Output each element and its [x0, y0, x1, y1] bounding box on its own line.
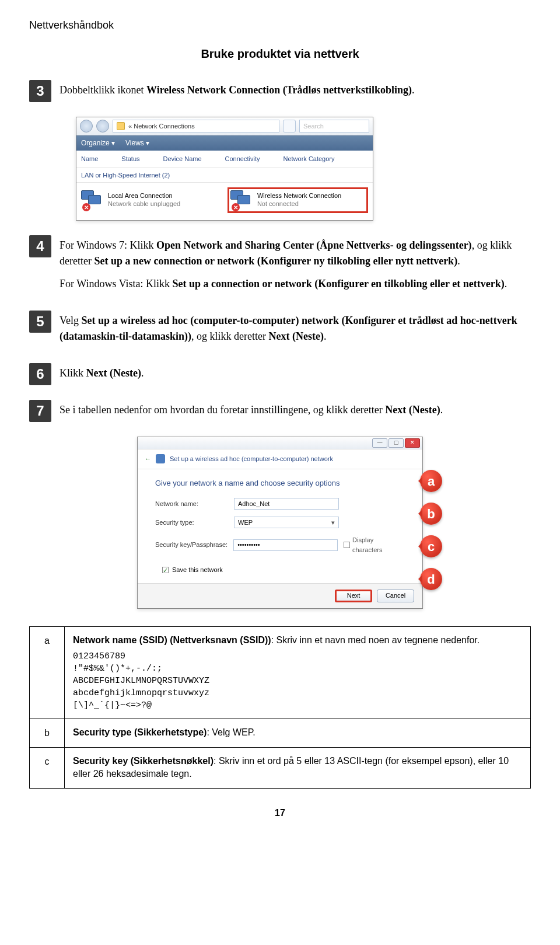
- bold-text: Wireless Network Connection (Trådløs net…: [146, 84, 412, 96]
- checkbox-save-network[interactable]: [162, 567, 169, 573]
- step-body: For Windows 7: Klikk Open Network and Sh…: [60, 235, 531, 299]
- maximize-button[interactable]: ▢: [388, 438, 404, 448]
- text: .: [324, 330, 327, 342]
- address-text: « Network Connections: [128, 121, 195, 131]
- def-key-c: c: [30, 747, 65, 788]
- address-bar[interactable]: « Network Connections: [113, 120, 279, 132]
- views-menu[interactable]: Views ▾: [125, 138, 149, 148]
- cancel-button[interactable]: Cancel: [377, 590, 414, 602]
- bold-text: Open Network and Sharing Center (Åpne Ne…: [156, 239, 472, 251]
- bold-text: Next (Neste): [86, 367, 141, 379]
- connection-wireless[interactable]: ✕ Wireless Network Connection Not connec…: [228, 187, 368, 213]
- back-button[interactable]: [80, 120, 93, 132]
- screenshot-network-connections: « Network Connections Search Organize ▾ …: [76, 117, 531, 221]
- label-save-network: Save this network: [172, 565, 223, 575]
- organize-menu[interactable]: Organize ▾: [81, 138, 115, 148]
- bold-text: Set up a new connection or network (Konf…: [94, 255, 457, 267]
- text: .: [457, 255, 460, 267]
- text: For Windows Vista: Klikk: [60, 278, 173, 290]
- def-tail: : Velg WEP.: [206, 727, 255, 737]
- search-input[interactable]: Search: [299, 120, 369, 132]
- next-button[interactable]: Next: [335, 590, 372, 602]
- step-num: 4: [29, 235, 51, 257]
- wizard-body: Give your network a name and choose secu…: [138, 469, 422, 583]
- step-body: Dobbeltklikk ikonet Wireless Network Con…: [60, 80, 531, 105]
- select-security-type[interactable]: WEP: [234, 517, 339, 528]
- group-header: LAN or High-Speed Internet (2): [76, 168, 373, 183]
- window-network-connections: « Network Connections Search Organize ▾ …: [76, 117, 373, 221]
- folder-icon: [117, 122, 125, 130]
- toolbar: « Network Connections Search: [76, 117, 373, 135]
- refresh-button[interactable]: [283, 120, 296, 132]
- label-network-name: Network name:: [155, 499, 234, 509]
- text: Se i tabellen nedenfor om hvordan du for…: [60, 404, 385, 416]
- col-category[interactable]: Network Category: [283, 154, 334, 164]
- text: .: [141, 367, 144, 379]
- error-icon: ✕: [232, 203, 240, 211]
- table-row: a Network name (SSID) (Nettverksnavn (SS…: [30, 626, 531, 719]
- col-device[interactable]: Device Name: [163, 154, 202, 164]
- step-num: 5: [29, 311, 51, 333]
- page-number: 17: [29, 806, 531, 820]
- text: , og klikk deretter: [191, 330, 268, 342]
- def-mono: 0123456789 !"#$%&'()*+,-./:; ABCDEFGHIJK…: [73, 650, 522, 712]
- step-body: Klikk Next (Neste).: [60, 363, 531, 388]
- forward-button[interactable]: [96, 120, 109, 132]
- label-display-chars: Display characters: [352, 535, 405, 555]
- input-security-key[interactable]: ••••••••••: [233, 539, 338, 551]
- checkbox-display-chars[interactable]: [344, 542, 350, 548]
- wizard-title-text: Set up a wireless ad hoc (computer-to-co…: [170, 454, 333, 464]
- text: .: [412, 84, 415, 96]
- text: For Windows 7: Klikk: [60, 239, 156, 251]
- back-arrow-icon[interactable]: ←: [145, 454, 151, 464]
- step-body: Se i tabellen nedenfor om hvordan du for…: [60, 400, 531, 425]
- def-text-c: Security key (Sikkerhetsnøkkel): Skriv i…: [65, 747, 531, 788]
- step-6: 6 Klikk Next (Neste).: [29, 363, 531, 388]
- balloon-c: c: [420, 535, 442, 557]
- screenshot-wizard: — ▢ ✕ ← Set up a wireless ad hoc (comput…: [137, 437, 423, 609]
- def-head: Network name (SSID) (Nettverksnavn (SSID…: [73, 635, 271, 645]
- wizard-icon: [156, 454, 165, 463]
- step-num: 3: [29, 80, 51, 102]
- wizard-footer: Next Cancel: [138, 583, 422, 608]
- row-network-name: Network name: Adhoc_Net: [155, 498, 405, 510]
- def-head: Security type (Sikkerhetstype): [73, 727, 206, 737]
- network-icon: ✕: [81, 190, 104, 210]
- network-icon: ✕: [230, 190, 254, 210]
- display-characters[interactable]: Display characters: [344, 535, 405, 555]
- step-3: 3 Dobbeltklikk ikonet Wireless Network C…: [29, 80, 531, 105]
- table-row: b Security type (Sikkerhetstype): Velg W…: [30, 719, 531, 747]
- text: Velg: [60, 315, 82, 326]
- section-title: Bruke produktet via nettverk: [29, 45, 531, 62]
- col-name[interactable]: Name: [81, 154, 98, 164]
- wizard-dialog: — ▢ ✕ ← Set up a wireless ad hoc (comput…: [137, 437, 423, 609]
- step-5: 5 Velg Set up a wireless ad hoc (compute…: [29, 311, 531, 351]
- doc-title: Nettverkshåndbok: [29, 18, 531, 33]
- minimize-button[interactable]: —: [372, 438, 387, 448]
- text: Dobbeltklikk ikonet: [60, 84, 146, 96]
- conn-status: Not connected: [257, 200, 341, 208]
- conn-status: Network cable unplugged: [108, 200, 180, 208]
- definition-table: a Network name (SSID) (Nettverksnavn (SS…: [29, 626, 531, 789]
- col-connectivity[interactable]: Connectivity: [225, 154, 260, 164]
- command-bar: Organize ▾ Views ▾: [76, 135, 373, 151]
- bold-text: Set up a connection or network (Konfigur…: [173, 278, 505, 290]
- def-key-a: a: [30, 626, 65, 719]
- connection-local-area[interactable]: ✕ Local Area Connection Network cable un…: [81, 187, 222, 213]
- def-text-a: Network name (SSID) (Nettverksnavn (SSID…: [65, 626, 531, 719]
- step-num: 6: [29, 363, 51, 385]
- wizard-heading: Give your network a name and choose secu…: [155, 477, 405, 489]
- step-body: Velg Set up a wireless ad hoc (computer-…: [60, 311, 531, 351]
- conn-title: Local Area Connection: [108, 192, 180, 200]
- column-headers: Name Status Device Name Connectivity Net…: [76, 151, 373, 168]
- callout-balloons: a b c d: [420, 470, 442, 590]
- label-security-key: Security key/Passphrase:: [155, 540, 233, 550]
- bold-text: Next (Neste): [269, 330, 324, 342]
- close-button[interactable]: ✕: [405, 438, 420, 448]
- input-network-name[interactable]: Adhoc_Net: [234, 498, 339, 510]
- col-status[interactable]: Status: [121, 154, 139, 164]
- def-text-b: Security type (Sikkerhetstype): Velg WEP…: [65, 719, 531, 747]
- conn-title: Wireless Network Connection: [257, 192, 341, 200]
- step-7: 7 Se i tabellen nedenfor om hvordan du f…: [29, 400, 531, 425]
- row-save-network[interactable]: Save this network: [162, 565, 405, 575]
